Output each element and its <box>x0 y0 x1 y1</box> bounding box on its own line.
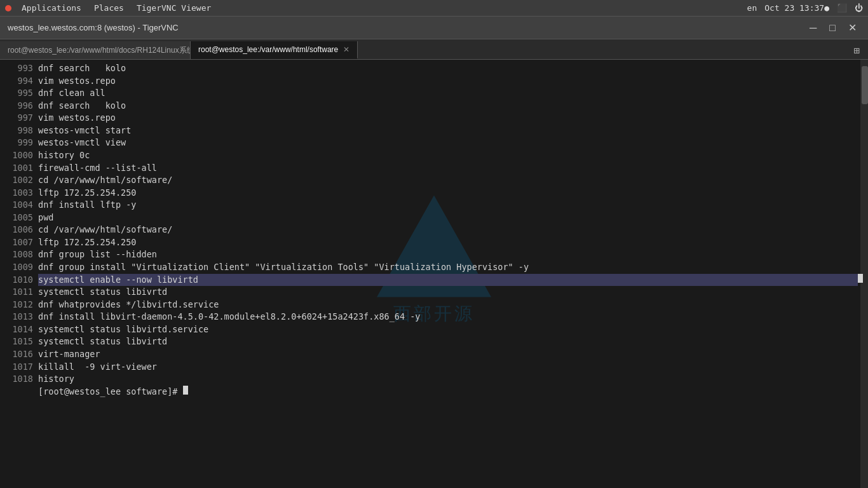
line-content: cd /var/www/html/software/ <box>38 224 172 236</box>
terminal-tabs: root@westos_lee:/var/www/html/docs/RH124… <box>0 39 868 60</box>
line-content: systemctl status libvirtd.service <box>38 323 208 336</box>
terminal-line: 1008dnf group list --hidden <box>5 248 863 261</box>
line-number: 998 <box>5 125 38 137</box>
line-number: 1009 <box>5 261 38 274</box>
line-number: 1001 <box>5 162 38 175</box>
line-content: history 0c <box>38 149 90 162</box>
line-content: westos-vmctl view <box>38 137 126 149</box>
terminal-line: 1005pwd <box>5 212 863 224</box>
system-bar-right: en Oct 23 13:37● ⬛ ⏻ <box>747 3 863 13</box>
system-bar-left: Applications Places TigerVNC Viewer <box>5 2 214 14</box>
line-number: 1006 <box>5 224 38 236</box>
line-number: 1014 <box>5 323 38 336</box>
line-content: westos-vmctl start <box>38 125 131 137</box>
line-number: 1016 <box>5 348 38 361</box>
line-content: vim westos.repo <box>38 112 116 125</box>
applications-menu[interactable]: Applications <box>19 2 84 14</box>
vnc-maximize-button[interactable]: □ <box>825 21 839 35</box>
terminal-prompt-line: [root@westos_lee software]# <box>5 386 863 398</box>
terminal-line: 1011systemctl status libivrtd <box>5 286 863 299</box>
terminal-line: 995dnf clean all <box>5 87 863 100</box>
network-icon: ⬛ <box>837 3 847 13</box>
new-tab-button[interactable]: ⊞ <box>848 41 865 59</box>
line-content: pwd <box>38 212 53 224</box>
line-content: systemctl status libvirtd <box>38 336 167 348</box>
tigervnc-menu[interactable]: TigerVNC Viewer <box>134 2 214 14</box>
language-indicator: en <box>747 3 757 13</box>
line-number: 1004 <box>5 199 38 212</box>
line-content: dnf whatprovides */libvirtd.service <box>38 299 219 311</box>
vnc-controls: ─ □ ✕ <box>806 20 860 35</box>
line-content: systemctl status libivrtd <box>38 286 167 299</box>
system-bar: Applications Places TigerVNC Viewer en O… <box>0 0 868 17</box>
places-menu[interactable]: Places <box>92 2 126 14</box>
terminal-line: 993dnf search kolo <box>5 62 863 75</box>
terminal-line: 1016virt-manager <box>5 348 863 361</box>
line-content: dnf install libvirt-daemon-4.5.0-42.modu… <box>38 311 420 323</box>
line-number: 1017 <box>5 361 38 374</box>
line-content: firewall-cmd --list-all <box>38 162 157 175</box>
terminal-line: 1014systemctl status libvirtd.service <box>5 323 863 336</box>
prompt-cursor <box>183 386 188 395</box>
line-number: 1003 <box>5 187 38 200</box>
line-number: 1007 <box>5 236 38 249</box>
line-number: 1012 <box>5 299 38 311</box>
datetime-label: Oct 23 13:37● <box>764 3 829 13</box>
terminal-line: 1000history 0c <box>5 149 863 162</box>
terminal-line: 997vim westos.repo <box>5 112 863 125</box>
tab-2[interactable]: root@westos_lee:/var/www/html/software ✕ <box>191 41 358 59</box>
line-content: killall -9 virt-viewer <box>38 361 157 374</box>
line-number: 996 <box>5 100 38 112</box>
line-number: 999 <box>5 137 38 149</box>
terminal-line: 999westos-vmctl view <box>5 137 863 149</box>
terminal-line: 994vim westos.repo <box>5 75 863 88</box>
line-content: history <box>38 373 74 386</box>
tab-1[interactable]: root@westos_lee:/var/www/html/docs/RH124… <box>0 41 191 59</box>
terminal-lines: 993dnf search kolo994vim westos.repo995d… <box>5 62 863 398</box>
line-number: 1011 <box>5 286 38 299</box>
vnc-minimize-button[interactable]: ─ <box>806 21 820 35</box>
terminal-line: 1003lftp 172.25.254.250 <box>5 187 863 200</box>
line-number: 1013 <box>5 311 38 323</box>
line-number: 1010 <box>5 274 38 287</box>
line-content: virt-manager <box>38 348 100 361</box>
line-number: 997 <box>5 112 38 125</box>
terminal-cursor <box>858 274 863 283</box>
line-number: 1008 <box>5 248 38 261</box>
line-content: systemctl enable --now libvirtd <box>38 274 858 287</box>
terminal-tabs-right: ⊞ <box>848 41 868 59</box>
red-dot-icon <box>5 5 11 11</box>
line-content: dnf search kolo <box>38 100 126 112</box>
line-number: 1015 <box>5 336 38 348</box>
vnc-window: westos_lee.westos.com:8 (westos) - Tiger… <box>0 17 868 488</box>
terminal-line: 998westos-vmctl start <box>5 125 863 137</box>
terminal-line: 1009dnf group install "Virtualization Cl… <box>5 261 863 274</box>
terminal-line: 996dnf search kolo <box>5 100 863 112</box>
line-content: lftp 172.25.254.250 <box>38 236 136 249</box>
power-icon[interactable]: ⏻ <box>855 3 863 13</box>
line-content: dnf group list --hidden <box>38 248 157 261</box>
terminal-line: 1010systemctl enable --now libvirtd <box>5 274 863 287</box>
vnc-close-button[interactable]: ✕ <box>844 20 860 35</box>
terminal-line: 1018history <box>5 373 863 386</box>
line-content: dnf clean all <box>38 87 105 100</box>
line-number: 993 <box>5 62 38 75</box>
line-number: 1002 <box>5 174 38 187</box>
terminal-line: 1002cd /var/www/html/software/ <box>5 174 863 187</box>
tab-2-label: root@westos_lee:/var/www/html/software <box>198 45 338 54</box>
terminal-line: 1006cd /var/www/html/software/ <box>5 224 863 236</box>
line-content: cd /var/www/html/software/ <box>38 174 172 187</box>
terminal-line: 1007lftp 172.25.254.250 <box>5 236 863 249</box>
tab-2-close[interactable]: ✕ <box>343 45 349 54</box>
terminal-line: 1004dnf install lftp -y <box>5 199 863 212</box>
line-content: dnf group install "Virtualization Client… <box>38 261 529 274</box>
line-number: 1005 <box>5 212 38 224</box>
terminal-line: 1001firewall-cmd --list-all <box>5 162 863 175</box>
line-number: 995 <box>5 87 38 100</box>
line-content: lftp 172.25.254.250 <box>38 187 136 200</box>
line-content: vim westos.repo <box>38 75 116 88</box>
terminal-prompt: [root@westos_lee software]# <box>38 386 183 398</box>
line-number: 1000 <box>5 149 38 162</box>
terminal-content: 西部开源 993dnf search kolo994vim westos.rep… <box>0 60 868 488</box>
terminal-line: 1013dnf install libvirt-daemon-4.5.0-42.… <box>5 311 863 323</box>
